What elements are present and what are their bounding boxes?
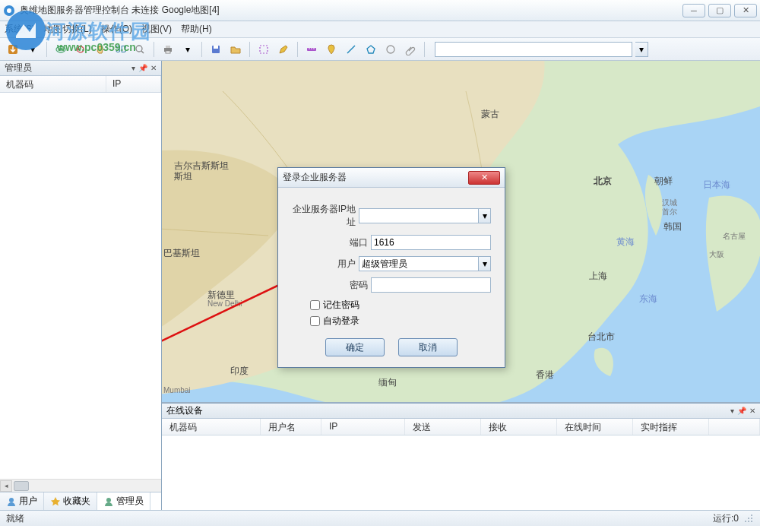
- svg-point-28: [751, 518, 752, 519]
- svg-point-21: [387, 46, 394, 53]
- status-ready: 就绪: [6, 512, 24, 525]
- menu-help[interactable]: 帮助(H): [181, 23, 212, 36]
- toolbar-3d-icon[interactable]: 3D: [112, 41, 128, 58]
- close-button[interactable]: ✕: [734, 4, 757, 17]
- toolbar-print-icon[interactable]: [160, 41, 176, 58]
- remember-label: 记住密码: [323, 299, 359, 312]
- svg-point-2: [7, 8, 11, 13]
- menu-map-switch[interactable]: 地图切换(L): [44, 23, 92, 36]
- sidebar-title: 管理员 ▾ 📌 ✕: [0, 61, 161, 76]
- bottom-panel-title: 在线设备: [166, 404, 203, 417]
- toolbar-grid-icon[interactable]: ▾: [24, 41, 41, 58]
- toolbar-eye-icon[interactable]: [52, 41, 69, 58]
- menubar: 系统(S) 地图切换(L) 操作(O) 视图(V) 帮助(H): [0, 21, 760, 38]
- toolbar-print-dropdown[interactable]: ▾: [179, 41, 196, 58]
- col-machine[interactable]: 机器码: [0, 76, 106, 92]
- user-icon: [6, 496, 17, 507]
- menu-view[interactable]: 视图(V): [141, 23, 172, 36]
- sidebar: 管理员 ▾ 📌 ✕ 机器码 IP ◂ 用户 收藏夹 管理员: [0, 61, 162, 510]
- bottom-panel: 在线设备 ▾ 📌 ✕ 机器码 用户名 IP 发送 接收 在线时间 实时指挥: [162, 403, 760, 510]
- resize-grip-icon[interactable]: [743, 513, 754, 524]
- toolbar-search-input[interactable]: [435, 42, 632, 57]
- bottom-close-icon[interactable]: ✕: [749, 407, 755, 415]
- window-title: 奥维地图服务器管理控制台 未连接 Google地图[4]: [20, 4, 682, 17]
- toolbar-polygon-icon[interactable]: [363, 41, 379, 58]
- sidebar-dropdown-icon[interactable]: ▾: [131, 64, 135, 72]
- tab-user[interactable]: 用户: [0, 492, 44, 510]
- toolbar: ▾ 3D ▾ ▾: [0, 38, 760, 61]
- bcol-username[interactable]: 用户名: [261, 419, 321, 435]
- svg-line-19: [347, 46, 355, 53]
- sidebar-title-text: 管理员: [5, 62, 32, 74]
- maximize-button[interactable]: ▢: [708, 4, 731, 17]
- toolbar-ruler-icon[interactable]: [303, 41, 320, 58]
- toolbar-search-icon[interactable]: [131, 41, 148, 58]
- autologin-label: 自动登录: [323, 315, 359, 328]
- svg-rect-13: [214, 46, 218, 49]
- toolbar-pen-icon[interactable]: [275, 41, 292, 58]
- toolbar-rect-select-icon[interactable]: [255, 41, 272, 58]
- tab-favorite-label: 收藏夹: [63, 495, 90, 508]
- bcol-ip[interactable]: IP: [321, 419, 405, 435]
- port-input[interactable]: [371, 235, 491, 250]
- sidebar-close-icon[interactable]: ✕: [150, 64, 157, 72]
- dialog-title: 登录企业服务器: [283, 171, 468, 184]
- svg-rect-11: [166, 51, 170, 53]
- remember-checkbox[interactable]: [310, 300, 320, 310]
- user-input[interactable]: [359, 256, 478, 271]
- toolbar-open-icon[interactable]: [227, 41, 244, 58]
- bottom-dropdown-icon[interactable]: ▾: [730, 407, 734, 415]
- star-icon: [50, 496, 61, 507]
- dialog-close-button[interactable]: ✕: [468, 171, 500, 185]
- toolbar-circle-icon[interactable]: [382, 41, 399, 58]
- titlebar: 奥维地图服务器管理控制台 未连接 Google地图[4] ─ ▢ ✕: [0, 0, 760, 21]
- svg-point-5: [59, 48, 62, 51]
- bcol-cmd[interactable]: 实时指挥: [633, 419, 709, 435]
- svg-point-22: [9, 498, 14, 502]
- tab-admin-label: 管理员: [116, 495, 144, 508]
- server-ip-dropdown[interactable]: ▾: [478, 208, 491, 223]
- port-label: 端口: [292, 236, 371, 249]
- toolbar-line-icon[interactable]: [343, 41, 359, 58]
- sidebar-hscroll[interactable]: ◂: [0, 479, 161, 492]
- ok-button[interactable]: 确定: [325, 338, 385, 356]
- app-icon: [3, 5, 15, 17]
- password-input[interactable]: [371, 277, 491, 293]
- tab-favorite[interactable]: 收藏夹: [44, 492, 97, 510]
- sidebar-list-body: [0, 93, 161, 479]
- admin-icon: [103, 496, 114, 507]
- sidebar-tabs: 用户 收藏夹 管理员: [0, 492, 161, 510]
- sidebar-pin-icon[interactable]: 📌: [138, 64, 147, 72]
- tab-admin[interactable]: 管理员: [97, 492, 150, 510]
- server-ip-label: 企业服务器IP地址: [292, 203, 359, 229]
- svg-point-27: [748, 521, 749, 522]
- col-ip[interactable]: IP: [106, 76, 161, 92]
- toolbar-marker-icon[interactable]: [323, 41, 340, 58]
- autologin-checkbox[interactable]: [310, 316, 320, 326]
- toolbar-refresh-icon[interactable]: [72, 41, 89, 58]
- menu-system[interactable]: 系统(S): [5, 23, 35, 36]
- toolbar-hand-icon[interactable]: [92, 41, 109, 58]
- toolbar-download-icon[interactable]: [5, 41, 21, 58]
- toolbar-attach-icon[interactable]: [402, 41, 419, 58]
- bcol-online[interactable]: 在线时间: [557, 419, 633, 435]
- toolbar-search-dropdown[interactable]: ▾: [635, 42, 648, 57]
- bottom-body: [162, 435, 760, 510]
- user-dropdown[interactable]: ▾: [478, 256, 491, 271]
- bcol-sent[interactable]: 发送: [405, 419, 481, 435]
- user-label: 用户: [292, 258, 359, 271]
- svg-line-8: [141, 51, 144, 53]
- minimize-button[interactable]: ─: [682, 4, 705, 17]
- bottom-pin-icon[interactable]: 📌: [737, 407, 746, 415]
- toolbar-save-icon[interactable]: [207, 41, 224, 58]
- menu-operate[interactable]: 操作(O): [101, 23, 132, 36]
- bcol-recv[interactable]: 接收: [481, 419, 557, 435]
- cancel-button[interactable]: 取消: [398, 338, 458, 356]
- status-running: 运行:0: [713, 512, 739, 525]
- svg-rect-10: [166, 46, 170, 48]
- svg-marker-20: [367, 46, 375, 53]
- bcol-machine[interactable]: 机器码: [162, 419, 261, 435]
- server-ip-input[interactable]: [359, 208, 478, 223]
- sidebar-list-header: 机器码 IP: [0, 76, 161, 93]
- password-label: 密码: [292, 279, 371, 292]
